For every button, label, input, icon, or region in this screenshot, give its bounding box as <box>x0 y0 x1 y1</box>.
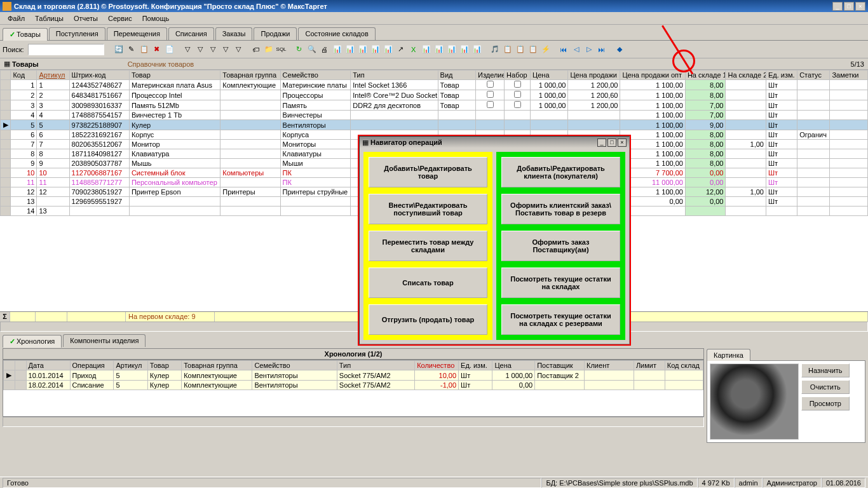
maximize-button[interactable]: □ <box>844 2 854 11</box>
find-icon[interactable]: 🔍 <box>306 44 318 55</box>
tab-chronology[interactable]: ✓Хронология <box>3 335 62 348</box>
clear-button[interactable]: Очистить <box>801 380 850 394</box>
tool-e-icon[interactable]: 📊 <box>383 44 394 55</box>
col-code[interactable]: Код <box>11 71 37 80</box>
nav-prev-icon[interactable]: ◁ <box>571 44 582 55</box>
delete-icon[interactable]: ✖ <box>151 44 163 55</box>
tool-h-icon[interactable]: 📊 <box>433 44 445 55</box>
dialog-close-button[interactable]: × <box>618 139 627 147</box>
close-button[interactable]: × <box>855 2 865 11</box>
menu-tables[interactable]: Таблицы <box>30 13 69 24</box>
col-product[interactable]: Изделие <box>476 71 505 80</box>
search-input[interactable] <box>28 44 104 55</box>
filter2-icon[interactable]: ▽ <box>194 44 206 55</box>
col-status[interactable]: Статус <box>797 71 830 80</box>
col-set[interactable]: Набор <box>505 71 531 80</box>
tool6-icon[interactable]: 🏷 <box>250 44 262 55</box>
product-checkbox[interactable] <box>487 81 494 88</box>
tool7-icon[interactable]: 📁 <box>263 44 275 55</box>
set-checkbox[interactable] <box>514 101 521 108</box>
minimize-button[interactable]: _ <box>832 2 843 11</box>
tool-d-icon[interactable]: 📊 <box>370 44 381 55</box>
nav-last-icon[interactable]: ⏭ <box>596 44 607 55</box>
tool-n-icon[interactable]: 📋 <box>527 44 539 55</box>
col-family[interactable]: Семейство <box>280 71 351 80</box>
col-name[interactable]: Товар <box>129 71 220 80</box>
ccol-type[interactable]: Тип <box>337 361 414 370</box>
nav-first-icon[interactable]: ⏮ <box>558 44 569 55</box>
view-button[interactable]: Просмотр <box>801 396 850 410</box>
supplier-order-button[interactable]: Оформить заказ Поставщику(ам) <box>501 231 620 261</box>
tool-i-icon[interactable]: 📊 <box>446 44 458 55</box>
ccol-qty[interactable]: Количество <box>415 361 459 370</box>
view-stock-button[interactable]: Посмотреть текущие остатки на складах <box>501 268 620 298</box>
navigator-icon[interactable]: ◆ <box>614 44 625 55</box>
dialog-max-button[interactable]: □ <box>607 139 616 147</box>
ship-goods-button[interactable]: Отгрузить (продать) товар <box>369 304 487 335</box>
tab-components[interactable]: Компоненты изделия <box>63 334 146 347</box>
tab-picture[interactable]: Картинка <box>707 349 750 361</box>
tab-state[interactable]: Состояние складов <box>298 27 375 40</box>
table-row[interactable]: ▶559738225188907КулерВентиляторы1 100,00… <box>1 120 868 130</box>
chart-icon[interactable]: 📊 <box>471 44 483 55</box>
product-checkbox[interactable] <box>487 101 494 108</box>
tool-k-icon[interactable]: 🎵 <box>489 44 501 55</box>
tab-moves[interactable]: Перемещения <box>107 27 167 40</box>
export-icon[interactable]: ↻ <box>294 44 305 55</box>
table-row[interactable]: 111244352748627Материнская плата AsusКом… <box>1 80 868 90</box>
nav-next-icon[interactable]: ▷ <box>583 44 595 55</box>
tool-j-icon[interactable]: 📊 <box>459 44 470 55</box>
set-checkbox[interactable] <box>514 91 521 98</box>
ccol-wcode[interactable]: Код склад <box>665 361 703 370</box>
client-order-button[interactable]: Оформить клиентский заказ\ Поставить тов… <box>501 194 620 224</box>
tool-m-icon[interactable]: 📋 <box>515 44 526 55</box>
filter3-icon[interactable]: ▽ <box>207 44 219 55</box>
dialog-min-button[interactable]: _ <box>597 139 606 147</box>
col-type[interactable]: Тип <box>351 71 438 80</box>
sql-icon[interactable]: SQL <box>276 44 287 55</box>
copy-icon[interactable]: 📋 <box>139 44 150 55</box>
col-barcode[interactable]: Штрих-код <box>69 71 129 80</box>
tab-goods[interactable]: ✓Товары <box>3 28 48 41</box>
assign-button[interactable]: Назначить <box>801 363 850 377</box>
col-price[interactable]: Цена <box>531 71 568 80</box>
move-goods-button[interactable]: Переместить товар между складами <box>369 231 487 261</box>
col-selector[interactable] <box>1 71 11 80</box>
ccol-fam[interactable]: Семейство <box>252 361 337 370</box>
tab-orders[interactable]: Заказы <box>215 27 253 40</box>
add-edit-goods-button[interactable]: Добавить\Редактировать товар <box>369 157 487 187</box>
tab-writeoffs[interactable]: Списания <box>168 27 214 40</box>
ccol-client[interactable]: Клиент <box>585 361 634 370</box>
ccol-name[interactable]: Товар <box>147 361 181 370</box>
menu-file[interactable]: Файл <box>3 13 30 24</box>
edit-icon[interactable]: ✎ <box>126 44 137 55</box>
ccol-price[interactable]: Цена <box>492 361 535 370</box>
menu-reports[interactable]: Отчеты <box>69 13 103 24</box>
tab-receipts[interactable]: Поступления <box>49 27 105 40</box>
product-checkbox[interactable] <box>487 91 494 98</box>
view-stock-reserved-button[interactable]: Посмотреть текущие остатки на складах с … <box>501 304 620 335</box>
col-stock2[interactable]: На складе 2 <box>726 71 766 80</box>
ccol-grp[interactable]: Товарная группа <box>182 361 252 370</box>
filter1-icon[interactable]: ▽ <box>182 44 193 55</box>
add-edit-client-button[interactable]: Добавить\Редактировать клиента (покупате… <box>501 157 620 187</box>
filter5-icon[interactable]: ▽ <box>233 44 244 55</box>
bolt-icon[interactable]: ⚡ <box>540 44 552 55</box>
tool-b-icon[interactable]: 📊 <box>344 44 356 55</box>
ccol-supplier[interactable]: Поставщик <box>535 361 585 370</box>
excel-icon[interactable]: X <box>408 44 419 55</box>
menu-service[interactable]: Сервис <box>103 13 137 24</box>
table-row[interactable]: 333009893016337Память 512MbПамятьDDR2 дл… <box>1 100 868 111</box>
tool-f-icon[interactable]: ↗ <box>395 44 407 55</box>
print-icon[interactable]: 🖨 <box>319 44 330 55</box>
col-wholesale[interactable]: Цена продажи опт <box>620 71 685 80</box>
ccol-op[interactable]: Операция <box>70 361 114 370</box>
ccol-limit[interactable]: Лимит <box>634 361 665 370</box>
chronology-grid[interactable]: Дата Операция Артикул Товар Товарная гру… <box>3 360 703 390</box>
ccol-art[interactable]: Артикул <box>114 361 147 370</box>
table-row[interactable]: 441748887554157Винчестер 1 TbВинчестеры1… <box>1 111 868 120</box>
tool-a-icon[interactable]: 📊 <box>332 44 343 55</box>
set-checkbox[interactable] <box>514 81 521 88</box>
col-group[interactable]: Товарная группа <box>220 71 280 80</box>
ccol-unit[interactable]: Ед. изм. <box>459 361 492 370</box>
